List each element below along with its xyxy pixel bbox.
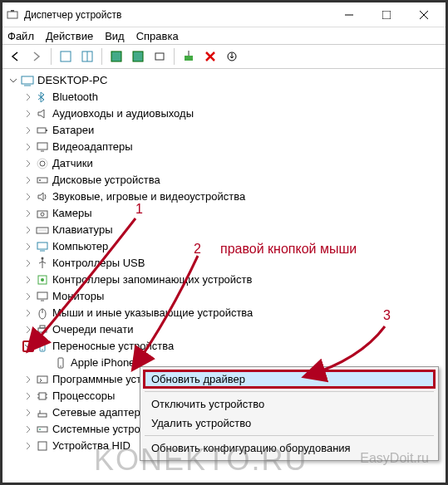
tree-item[interactable]: Аудиовходы и аудиовыходы (4, 105, 444, 122)
tree-root-label: DESKTOP-PC (37, 72, 107, 89)
svg-rect-37 (38, 328, 47, 332)
tool-update-icon[interactable] (223, 47, 241, 66)
chevron-right-icon[interactable] (22, 274, 34, 286)
chevron-right-icon[interactable] (22, 141, 34, 153)
chevron-down-icon[interactable] (7, 75, 19, 86)
tree-item[interactable]: Дисковые устройства (4, 172, 444, 189)
svg-rect-11 (155, 53, 164, 60)
tree-item[interactable]: Bluetooth (4, 89, 444, 105)
menu-view[interactable]: Вид (105, 30, 125, 42)
tree-item[interactable]: Камеры (4, 205, 444, 222)
svg-point-32 (41, 278, 44, 282)
printer-icon (36, 323, 49, 336)
tree-item-label: Звуковые, игровые и видеоустройства (52, 189, 245, 205)
tree-item-label: Датчики (52, 155, 93, 172)
svg-rect-17 (46, 130, 47, 131)
tree-item-label: Очереди печати (52, 321, 134, 338)
chevron-right-icon[interactable] (22, 241, 34, 252)
svg-point-23 (39, 179, 41, 181)
tree-item[interactable]: Контроллеры USB (4, 255, 444, 272)
tree-item-label: Камеры (52, 205, 92, 222)
tool-delete-icon[interactable] (201, 47, 219, 66)
menu-file[interactable]: Файл (7, 30, 34, 42)
tree-item[interactable]: Контроллеры запоминающих устройств (4, 272, 444, 288)
chevron-right-icon[interactable] (22, 374, 34, 385)
tree-item[interactable]: Клавиатуры (4, 222, 444, 238)
back-button[interactable] (6, 47, 24, 66)
svg-rect-33 (37, 292, 47, 299)
chevron-right-icon[interactable] (22, 424, 34, 435)
battery-icon (36, 124, 49, 137)
camera-icon (36, 207, 49, 220)
chevron-down-icon[interactable] (22, 340, 34, 352)
tree-item[interactable]: Видеоадаптеры (4, 139, 444, 155)
tree-item-label: Мониторы (52, 288, 104, 305)
tool-icon-4[interactable] (129, 47, 147, 66)
chevron-right-icon[interactable] (22, 125, 34, 136)
menu-action[interactable]: Действие (46, 30, 93, 42)
svg-point-25 (41, 213, 44, 216)
tree-item[interactable]: Мониторы (4, 288, 444, 305)
window-title: Диспетчер устройств (24, 9, 330, 21)
chevron-right-icon[interactable] (22, 208, 34, 219)
sound-icon (36, 190, 49, 203)
ctx-uninstall-device[interactable]: Удалить устройство (143, 414, 436, 433)
chevron-right-icon[interactable] (22, 191, 34, 203)
svg-rect-10 (133, 51, 143, 61)
close-button[interactable] (405, 3, 442, 27)
chevron-right-icon[interactable] (22, 390, 34, 402)
maximize-button[interactable] (367, 3, 405, 27)
storage-icon (36, 273, 49, 287)
chevron-right-icon[interactable] (41, 357, 52, 369)
forward-button[interactable] (27, 47, 46, 66)
tool-icon-6[interactable] (180, 47, 198, 66)
tree-item[interactable]: Очереди печати (4, 321, 444, 338)
tree-item[interactable]: Мыши и иные указывающие устройства (4, 305, 444, 321)
software-icon (36, 373, 49, 386)
tool-icon-1[interactable] (57, 47, 75, 66)
minimize-button[interactable] (330, 3, 367, 27)
tree-item[interactable]: Переносные устройства (4, 338, 444, 355)
tree-item-label: Дисковые устройства (52, 172, 160, 189)
tree-item[interactable]: Датчики (4, 155, 444, 172)
chevron-right-icon[interactable] (22, 324, 34, 336)
tree-item-label: Переносные устройства (52, 338, 174, 355)
ctx-update-driver[interactable]: Обновить драйвер (143, 370, 436, 389)
svg-rect-22 (37, 178, 47, 183)
chevron-right-icon[interactable] (22, 91, 34, 103)
chevron-right-icon[interactable] (22, 257, 34, 269)
chevron-right-icon[interactable] (22, 440, 34, 452)
menu-help[interactable]: Справка (136, 30, 179, 42)
computer-icon (36, 240, 49, 253)
chevron-right-icon[interactable] (22, 224, 34, 236)
svg-rect-43 (37, 376, 47, 383)
chevron-right-icon[interactable] (22, 174, 34, 186)
chevron-right-icon[interactable] (22, 307, 34, 319)
network-icon (36, 406, 49, 419)
svg-rect-49 (38, 414, 47, 417)
ctx-disable-device[interactable]: Отключить устройство (143, 394, 436, 414)
chevron-right-icon[interactable] (22, 108, 34, 120)
usb-icon (36, 257, 49, 270)
phone-icon (54, 356, 67, 370)
ctx-separator (145, 391, 434, 392)
svg-point-21 (37, 159, 47, 169)
chevron-right-icon[interactable] (22, 407, 34, 419)
display-icon (36, 140, 49, 154)
svg-rect-14 (22, 76, 33, 84)
tree-item-label: Аудиовходы и аудиовыходы (52, 105, 194, 122)
tree-item[interactable]: Звуковые, игровые и видеоустройства (4, 189, 444, 205)
svg-rect-9 (111, 51, 121, 61)
tree-item-label: Мыши и иные указывающие устройства (52, 305, 253, 321)
tool-icon-2[interactable] (78, 47, 96, 66)
hid-icon (36, 439, 49, 453)
annotation-right-click: правой кнопкой мыши (220, 242, 357, 257)
chevron-right-icon[interactable] (22, 158, 34, 169)
tool-icon-5[interactable] (150, 47, 169, 66)
chevron-right-icon[interactable] (22, 291, 34, 302)
svg-rect-24 (37, 211, 47, 218)
tool-icon-3[interactable] (107, 47, 126, 66)
svg-point-52 (39, 429, 41, 430)
tree-item[interactable]: Батареи (4, 122, 444, 139)
tree-root[interactable]: DESKTOP-PC (4, 72, 444, 89)
